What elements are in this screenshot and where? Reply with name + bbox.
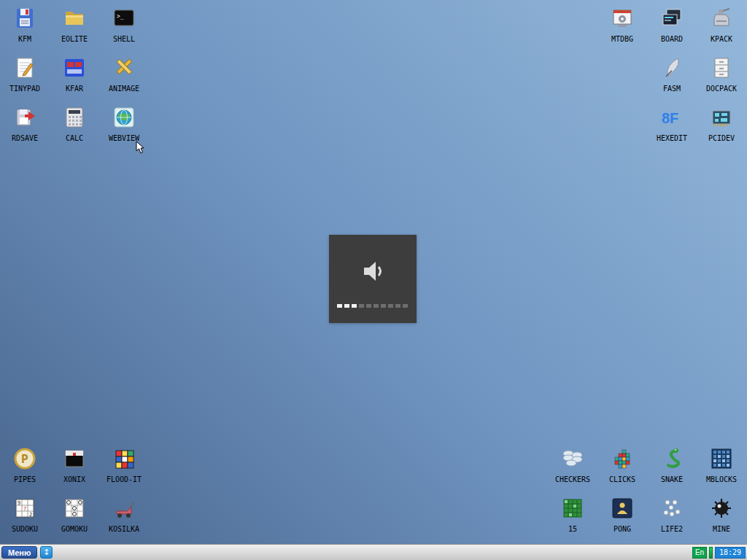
terminal-icon: >_ xyxy=(112,7,136,30)
globe-icon xyxy=(112,106,136,129)
icon-label: KFAR xyxy=(66,85,83,93)
taskbar-tray: En 18:29 xyxy=(692,547,746,559)
volume-osd xyxy=(329,235,417,323)
file-panels-icon xyxy=(63,56,86,79)
desktop-icon-docpack[interactable]: DOCPACK xyxy=(697,56,746,93)
hex-8f-icon: 8F xyxy=(660,106,684,129)
icon-label: MBLOCKS xyxy=(706,476,737,483)
notepad-pencil-icon xyxy=(13,56,36,79)
desktop-icon-rdsave[interactable]: RDSAVE xyxy=(0,106,50,142)
desktop-icon-pong[interactable]: PONG xyxy=(597,497,647,533)
icon-label: MTDBG xyxy=(611,36,633,43)
desktop-icon-checkers[interactable]: CHECKERS xyxy=(548,447,597,483)
desktop-icon-15[interactable]: 15 xyxy=(548,497,597,533)
up-down-arrow-icon: ↕ xyxy=(43,548,50,557)
speaker-icon xyxy=(358,257,387,286)
icon-label: WEBVIEW xyxy=(109,135,139,142)
rubik-cube-icon xyxy=(112,447,136,470)
icon-label: LIFE2 xyxy=(661,526,683,533)
desktop-icon-shell[interactable]: >_ SHELL xyxy=(99,7,149,43)
desktop: { "desktop": { "top_left": [ {"label":"K… xyxy=(0,0,747,560)
desktop-icon-gomoku[interactable]: GOMOKU xyxy=(50,497,99,533)
desktop-icon-hexedit[interactable]: 8F HEXEDIT xyxy=(647,106,697,142)
icon-label: PONG xyxy=(614,526,631,533)
icon-label: FLOOD-IT xyxy=(107,476,142,483)
checkers-pieces-icon xyxy=(561,447,584,470)
language-indicator[interactable]: En xyxy=(692,547,707,559)
pong-emblem-icon xyxy=(611,497,634,520)
icon-label: SHELL xyxy=(113,36,135,43)
calculator-icon xyxy=(63,106,86,129)
volume-level-bar xyxy=(337,304,408,308)
file-cabinet-icon xyxy=(710,56,733,79)
naval-mine-icon xyxy=(710,497,733,520)
file-manager-floppy-icon xyxy=(13,7,36,30)
desktop-icon-calc[interactable]: CALC xyxy=(50,106,99,142)
mouse-cursor-icon xyxy=(136,141,144,157)
icon-label: KPACK xyxy=(711,36,732,43)
svg-text:2: 2 xyxy=(29,512,32,518)
icon-label: KFM xyxy=(18,36,31,43)
color-blocks-icon xyxy=(611,447,634,470)
crossed-pencils-icon xyxy=(112,56,136,79)
taskbar-resize-button[interactable]: ↕ xyxy=(40,546,53,559)
snake-icon xyxy=(660,447,684,470)
taskbar: Меню ↕ En 18:29 xyxy=(0,544,747,560)
desktop-icon-mblocks[interactable]: MBLOCKS xyxy=(697,447,746,483)
icon-label: DOCPACK xyxy=(706,85,737,93)
desktop-icon-sudoku[interactable]: 972 SUDOKU xyxy=(0,497,50,533)
desktop-icon-kpack[interactable]: KPACK xyxy=(697,7,746,43)
desktop-icon-xonix[interactable]: XONIX xyxy=(50,447,99,483)
svg-text:9: 9 xyxy=(18,500,20,506)
icon-label: GOMOKU xyxy=(61,526,88,533)
icon-label: TINYPAD xyxy=(9,85,40,93)
icon-label: XONIX xyxy=(63,476,85,483)
icon-label: BOARD xyxy=(661,36,683,43)
svg-text:7: 7 xyxy=(23,506,26,512)
debug-board-windows-icon xyxy=(660,7,684,30)
number-grid-icon: 972 xyxy=(13,497,36,520)
desktop-icon-clicks[interactable]: CLICKS xyxy=(597,447,647,483)
icon-label: SNAKE xyxy=(661,476,683,483)
icon-label: CLICKS xyxy=(609,476,635,483)
svg-text:>_: >_ xyxy=(117,13,124,20)
gomoku-board-icon xyxy=(63,497,86,520)
icon-label: SUDOKU xyxy=(12,526,38,533)
icon-label: KOSILKA xyxy=(109,526,139,533)
desktop-icon-pipes[interactable]: P PIPES xyxy=(0,447,50,483)
taskbar-clock[interactable]: 18:29 xyxy=(715,547,746,559)
icon-label: ANIMAGE xyxy=(109,85,139,93)
packer-pump-icon xyxy=(710,7,733,30)
icon-label: PIPES xyxy=(14,476,36,483)
save-floppy-arrow-icon xyxy=(13,106,36,129)
desktop-icon-mtdbg[interactable]: MTDBG xyxy=(597,7,647,43)
desktop-icon-board[interactable]: BOARD xyxy=(647,7,697,43)
pipe-ring-icon: P xyxy=(13,447,36,470)
desktop-icon-snake[interactable]: SNAKE xyxy=(647,447,697,483)
desktop-icon-flood-it[interactable]: FLOOD-IT xyxy=(99,447,149,483)
icon-label: EOLITE xyxy=(61,36,88,43)
desktop-icon-life2[interactable]: LIFE2 xyxy=(647,497,697,533)
desktop-icon-tinypad[interactable]: TINYPAD xyxy=(0,56,50,93)
desktop-icon-webview[interactable]: WEBVIEW xyxy=(99,106,149,142)
desktop-icon-kfm[interactable]: KFM xyxy=(0,7,50,43)
icon-label: RDSAVE xyxy=(12,135,38,142)
svg-text:8F: 8F xyxy=(662,110,678,126)
desktop-icon-fasm[interactable]: FASM xyxy=(647,56,697,93)
desktop-icon-eolite[interactable]: EOLITE xyxy=(50,7,99,43)
menu-button[interactable]: Меню xyxy=(1,546,37,559)
desktop-icon-mine[interactable]: MINE xyxy=(697,497,746,533)
xonix-field-icon xyxy=(63,447,86,470)
icon-label: FASM xyxy=(663,85,681,93)
blue-blocks-grid-icon xyxy=(710,447,733,470)
desktop-icon-kosilka[interactable]: KOSILKA xyxy=(99,497,149,533)
icon-label: CALC xyxy=(66,135,83,142)
life-cells-icon xyxy=(660,497,684,520)
desktop-icon-kfar[interactable]: KFAR xyxy=(50,56,99,93)
cpu-load-indicator[interactable] xyxy=(709,547,713,559)
desktop-icon-animage[interactable]: ANIMAGE xyxy=(99,56,149,93)
desktop-icon-pcidev[interactable]: PCIDEV xyxy=(697,106,746,142)
icon-label: PCIDEV xyxy=(708,135,735,142)
icon-label: CHECKERS xyxy=(555,476,590,483)
fifteen-puzzle-icon xyxy=(561,497,584,520)
